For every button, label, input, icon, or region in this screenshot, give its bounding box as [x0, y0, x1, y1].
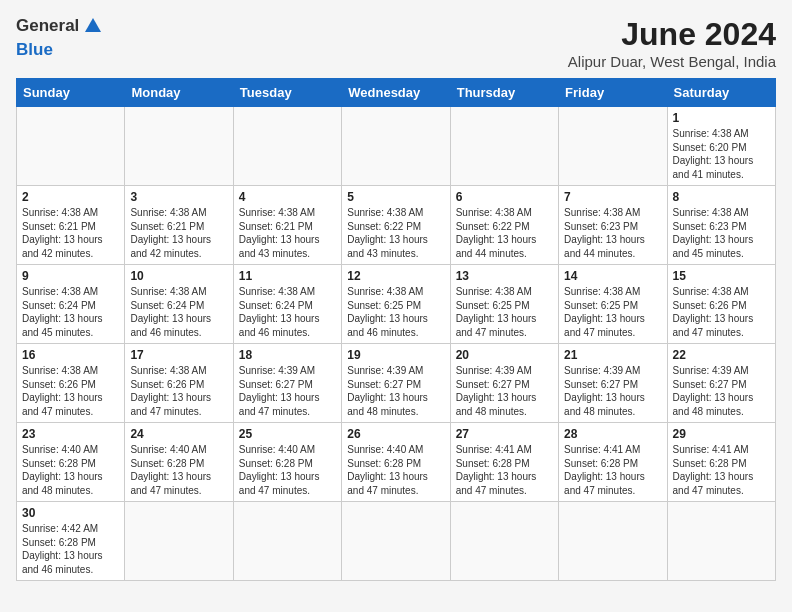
calendar-cell: 21Sunrise: 4:39 AM Sunset: 6:27 PM Dayli…: [559, 344, 667, 423]
calendar-cell: 17Sunrise: 4:38 AM Sunset: 6:26 PM Dayli…: [125, 344, 233, 423]
calendar-cell: 29Sunrise: 4:41 AM Sunset: 6:28 PM Dayli…: [667, 423, 775, 502]
calendar-cell: [342, 502, 450, 581]
day-number: 20: [456, 348, 553, 362]
calendar-week-4: 16Sunrise: 4:38 AM Sunset: 6:26 PM Dayli…: [17, 344, 776, 423]
calendar-cell: 12Sunrise: 4:38 AM Sunset: 6:25 PM Dayli…: [342, 265, 450, 344]
calendar-cell: [125, 502, 233, 581]
day-info: Sunrise: 4:38 AM Sunset: 6:26 PM Dayligh…: [673, 285, 770, 339]
day-info: Sunrise: 4:42 AM Sunset: 6:28 PM Dayligh…: [22, 522, 119, 576]
calendar-week-5: 23Sunrise: 4:40 AM Sunset: 6:28 PM Dayli…: [17, 423, 776, 502]
calendar-cell: 3Sunrise: 4:38 AM Sunset: 6:21 PM Daylig…: [125, 186, 233, 265]
calendar-table: SundayMondayTuesdayWednesdayThursdayFrid…: [16, 78, 776, 581]
logo-general-text: General: [16, 16, 79, 36]
calendar-cell: 5Sunrise: 4:38 AM Sunset: 6:22 PM Daylig…: [342, 186, 450, 265]
calendar-cell: 4Sunrise: 4:38 AM Sunset: 6:21 PM Daylig…: [233, 186, 341, 265]
day-number: 1: [673, 111, 770, 125]
day-number: 22: [673, 348, 770, 362]
day-info: Sunrise: 4:38 AM Sunset: 6:22 PM Dayligh…: [347, 206, 444, 260]
calendar-week-6: 30Sunrise: 4:42 AM Sunset: 6:28 PM Dayli…: [17, 502, 776, 581]
calendar-cell: 22Sunrise: 4:39 AM Sunset: 6:27 PM Dayli…: [667, 344, 775, 423]
logo-blue-text: Blue: [16, 40, 53, 60]
day-number: 17: [130, 348, 227, 362]
calendar-cell: 15Sunrise: 4:38 AM Sunset: 6:26 PM Dayli…: [667, 265, 775, 344]
calendar-cell: 6Sunrise: 4:38 AM Sunset: 6:22 PM Daylig…: [450, 186, 558, 265]
day-info: Sunrise: 4:38 AM Sunset: 6:21 PM Dayligh…: [130, 206, 227, 260]
day-info: Sunrise: 4:38 AM Sunset: 6:24 PM Dayligh…: [130, 285, 227, 339]
day-number: 8: [673, 190, 770, 204]
calendar-cell: [559, 502, 667, 581]
calendar-cell: 16Sunrise: 4:38 AM Sunset: 6:26 PM Dayli…: [17, 344, 125, 423]
day-info: Sunrise: 4:40 AM Sunset: 6:28 PM Dayligh…: [347, 443, 444, 497]
day-number: 2: [22, 190, 119, 204]
day-number: 18: [239, 348, 336, 362]
day-number: 27: [456, 427, 553, 441]
day-number: 3: [130, 190, 227, 204]
calendar-cell: [342, 107, 450, 186]
calendar-cell: 14Sunrise: 4:38 AM Sunset: 6:25 PM Dayli…: [559, 265, 667, 344]
day-number: 28: [564, 427, 661, 441]
day-number: 16: [22, 348, 119, 362]
day-number: 7: [564, 190, 661, 204]
day-number: 26: [347, 427, 444, 441]
day-number: 23: [22, 427, 119, 441]
day-info: Sunrise: 4:41 AM Sunset: 6:28 PM Dayligh…: [673, 443, 770, 497]
logo: General Blue: [16, 16, 101, 60]
day-number: 12: [347, 269, 444, 283]
day-number: 6: [456, 190, 553, 204]
day-number: 19: [347, 348, 444, 362]
day-info: Sunrise: 4:38 AM Sunset: 6:21 PM Dayligh…: [22, 206, 119, 260]
day-info: Sunrise: 4:38 AM Sunset: 6:23 PM Dayligh…: [564, 206, 661, 260]
day-number: 9: [22, 269, 119, 283]
day-info: Sunrise: 4:38 AM Sunset: 6:20 PM Dayligh…: [673, 127, 770, 181]
calendar-cell: 11Sunrise: 4:38 AM Sunset: 6:24 PM Dayli…: [233, 265, 341, 344]
day-number: 30: [22, 506, 119, 520]
weekday-header-saturday: Saturday: [667, 79, 775, 107]
day-info: Sunrise: 4:38 AM Sunset: 6:23 PM Dayligh…: [673, 206, 770, 260]
weekday-header-tuesday: Tuesday: [233, 79, 341, 107]
day-info: Sunrise: 4:38 AM Sunset: 6:25 PM Dayligh…: [564, 285, 661, 339]
calendar-cell: 9Sunrise: 4:38 AM Sunset: 6:24 PM Daylig…: [17, 265, 125, 344]
calendar-cell: 19Sunrise: 4:39 AM Sunset: 6:27 PM Dayli…: [342, 344, 450, 423]
day-info: Sunrise: 4:38 AM Sunset: 6:24 PM Dayligh…: [239, 285, 336, 339]
day-info: Sunrise: 4:38 AM Sunset: 6:26 PM Dayligh…: [22, 364, 119, 418]
day-number: 5: [347, 190, 444, 204]
calendar-cell: 1Sunrise: 4:38 AM Sunset: 6:20 PM Daylig…: [667, 107, 775, 186]
day-number: 24: [130, 427, 227, 441]
day-info: Sunrise: 4:38 AM Sunset: 6:25 PM Dayligh…: [347, 285, 444, 339]
weekday-header-row: SundayMondayTuesdayWednesdayThursdayFrid…: [17, 79, 776, 107]
day-info: Sunrise: 4:38 AM Sunset: 6:22 PM Dayligh…: [456, 206, 553, 260]
calendar-cell: 2Sunrise: 4:38 AM Sunset: 6:21 PM Daylig…: [17, 186, 125, 265]
day-info: Sunrise: 4:39 AM Sunset: 6:27 PM Dayligh…: [564, 364, 661, 418]
day-number: 10: [130, 269, 227, 283]
day-info: Sunrise: 4:38 AM Sunset: 6:21 PM Dayligh…: [239, 206, 336, 260]
weekday-header-monday: Monday: [125, 79, 233, 107]
weekday-header-sunday: Sunday: [17, 79, 125, 107]
calendar-title: June 2024: [568, 16, 776, 53]
logo-triangle-icon: [85, 18, 101, 32]
page-header: General Blue June 2024 Alipur Duar, West…: [16, 16, 776, 70]
calendar-cell: 27Sunrise: 4:41 AM Sunset: 6:28 PM Dayli…: [450, 423, 558, 502]
calendar-week-1: 1Sunrise: 4:38 AM Sunset: 6:20 PM Daylig…: [17, 107, 776, 186]
calendar-cell: 26Sunrise: 4:40 AM Sunset: 6:28 PM Dayli…: [342, 423, 450, 502]
day-info: Sunrise: 4:40 AM Sunset: 6:28 PM Dayligh…: [22, 443, 119, 497]
calendar-cell: 13Sunrise: 4:38 AM Sunset: 6:25 PM Dayli…: [450, 265, 558, 344]
calendar-cell: [450, 107, 558, 186]
day-info: Sunrise: 4:39 AM Sunset: 6:27 PM Dayligh…: [673, 364, 770, 418]
title-block: June 2024 Alipur Duar, West Bengal, Indi…: [568, 16, 776, 70]
day-number: 11: [239, 269, 336, 283]
day-number: 25: [239, 427, 336, 441]
day-info: Sunrise: 4:39 AM Sunset: 6:27 PM Dayligh…: [347, 364, 444, 418]
calendar-cell: 18Sunrise: 4:39 AM Sunset: 6:27 PM Dayli…: [233, 344, 341, 423]
calendar-cell: [667, 502, 775, 581]
calendar-cell: [559, 107, 667, 186]
weekday-header-wednesday: Wednesday: [342, 79, 450, 107]
calendar-cell: [233, 107, 341, 186]
day-info: Sunrise: 4:38 AM Sunset: 6:24 PM Dayligh…: [22, 285, 119, 339]
calendar-cell: 24Sunrise: 4:40 AM Sunset: 6:28 PM Dayli…: [125, 423, 233, 502]
calendar-subtitle: Alipur Duar, West Bengal, India: [568, 53, 776, 70]
calendar-cell: [125, 107, 233, 186]
day-number: 15: [673, 269, 770, 283]
calendar-week-2: 2Sunrise: 4:38 AM Sunset: 6:21 PM Daylig…: [17, 186, 776, 265]
weekday-header-friday: Friday: [559, 79, 667, 107]
calendar-week-3: 9Sunrise: 4:38 AM Sunset: 6:24 PM Daylig…: [17, 265, 776, 344]
